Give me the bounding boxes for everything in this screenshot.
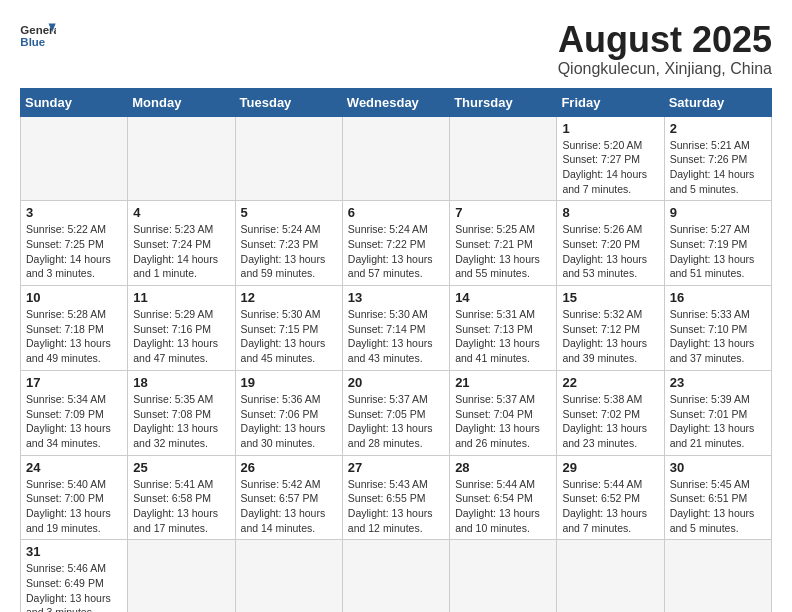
day-info: Sunrise: 5:24 AM Sunset: 7:22 PM Dayligh… [348,222,444,281]
calendar-day-cell [664,540,771,612]
calendar-day-cell: 20Sunrise: 5:37 AM Sunset: 7:05 PM Dayli… [342,370,449,455]
day-number: 18 [133,375,229,390]
day-info: Sunrise: 5:21 AM Sunset: 7:26 PM Dayligh… [670,138,766,197]
calendar-header-friday: Friday [557,88,664,116]
day-info: Sunrise: 5:35 AM Sunset: 7:08 PM Dayligh… [133,392,229,451]
calendar-day-cell: 30Sunrise: 5:45 AM Sunset: 6:51 PM Dayli… [664,455,771,540]
location-subtitle: Qiongkulecun, Xinjiang, China [558,60,772,78]
day-info: Sunrise: 5:41 AM Sunset: 6:58 PM Dayligh… [133,477,229,536]
day-number: 27 [348,460,444,475]
day-number: 19 [241,375,337,390]
day-number: 6 [348,205,444,220]
calendar-day-cell [21,116,128,201]
day-number: 10 [26,290,122,305]
day-number: 21 [455,375,551,390]
day-number: 3 [26,205,122,220]
day-number: 17 [26,375,122,390]
day-info: Sunrise: 5:31 AM Sunset: 7:13 PM Dayligh… [455,307,551,366]
month-title: August 2025 [558,20,772,60]
calendar-day-cell: 17Sunrise: 5:34 AM Sunset: 7:09 PM Dayli… [21,370,128,455]
calendar-day-cell: 22Sunrise: 5:38 AM Sunset: 7:02 PM Dayli… [557,370,664,455]
calendar-week-row: 3Sunrise: 5:22 AM Sunset: 7:25 PM Daylig… [21,201,772,286]
calendar-header-row: SundayMondayTuesdayWednesdayThursdayFrid… [21,88,772,116]
day-info: Sunrise: 5:44 AM Sunset: 6:54 PM Dayligh… [455,477,551,536]
day-info: Sunrise: 5:23 AM Sunset: 7:24 PM Dayligh… [133,222,229,281]
calendar-week-row: 1Sunrise: 5:20 AM Sunset: 7:27 PM Daylig… [21,116,772,201]
day-number: 14 [455,290,551,305]
calendar-day-cell [557,540,664,612]
calendar-day-cell: 5Sunrise: 5:24 AM Sunset: 7:23 PM Daylig… [235,201,342,286]
calendar-day-cell: 2Sunrise: 5:21 AM Sunset: 7:26 PM Daylig… [664,116,771,201]
calendar-day-cell: 24Sunrise: 5:40 AM Sunset: 7:00 PM Dayli… [21,455,128,540]
calendar-week-row: 24Sunrise: 5:40 AM Sunset: 7:00 PM Dayli… [21,455,772,540]
day-info: Sunrise: 5:43 AM Sunset: 6:55 PM Dayligh… [348,477,444,536]
svg-text:Blue: Blue [20,36,45,48]
day-number: 28 [455,460,551,475]
day-info: Sunrise: 5:25 AM Sunset: 7:21 PM Dayligh… [455,222,551,281]
day-number: 8 [562,205,658,220]
calendar-day-cell: 23Sunrise: 5:39 AM Sunset: 7:01 PM Dayli… [664,370,771,455]
calendar-day-cell: 25Sunrise: 5:41 AM Sunset: 6:58 PM Dayli… [128,455,235,540]
day-number: 31 [26,544,122,559]
page-header: General Blue August 2025 Qiongkulecun, X… [20,20,772,78]
calendar-week-row: 10Sunrise: 5:28 AM Sunset: 7:18 PM Dayli… [21,286,772,371]
day-number: 12 [241,290,337,305]
calendar-day-cell: 31Sunrise: 5:46 AM Sunset: 6:49 PM Dayli… [21,540,128,612]
calendar-day-cell: 11Sunrise: 5:29 AM Sunset: 7:16 PM Dayli… [128,286,235,371]
calendar-day-cell: 6Sunrise: 5:24 AM Sunset: 7:22 PM Daylig… [342,201,449,286]
calendar-day-cell: 16Sunrise: 5:33 AM Sunset: 7:10 PM Dayli… [664,286,771,371]
calendar-day-cell [235,540,342,612]
calendar-day-cell [342,116,449,201]
calendar-day-cell: 28Sunrise: 5:44 AM Sunset: 6:54 PM Dayli… [450,455,557,540]
calendar-header-tuesday: Tuesday [235,88,342,116]
calendar-day-cell: 26Sunrise: 5:42 AM Sunset: 6:57 PM Dayli… [235,455,342,540]
day-number: 30 [670,460,766,475]
calendar-week-row: 17Sunrise: 5:34 AM Sunset: 7:09 PM Dayli… [21,370,772,455]
day-number: 11 [133,290,229,305]
calendar-day-cell: 14Sunrise: 5:31 AM Sunset: 7:13 PM Dayli… [450,286,557,371]
day-number: 20 [348,375,444,390]
day-info: Sunrise: 5:30 AM Sunset: 7:15 PM Dayligh… [241,307,337,366]
day-number: 25 [133,460,229,475]
calendar-day-cell [128,116,235,201]
calendar-day-cell [128,540,235,612]
day-info: Sunrise: 5:24 AM Sunset: 7:23 PM Dayligh… [241,222,337,281]
calendar-week-row: 31Sunrise: 5:46 AM Sunset: 6:49 PM Dayli… [21,540,772,612]
day-info: Sunrise: 5:32 AM Sunset: 7:12 PM Dayligh… [562,307,658,366]
calendar-header-saturday: Saturday [664,88,771,116]
calendar-day-cell: 3Sunrise: 5:22 AM Sunset: 7:25 PM Daylig… [21,201,128,286]
calendar-day-cell: 8Sunrise: 5:26 AM Sunset: 7:20 PM Daylig… [557,201,664,286]
calendar-day-cell: 13Sunrise: 5:30 AM Sunset: 7:14 PM Dayli… [342,286,449,371]
day-info: Sunrise: 5:20 AM Sunset: 7:27 PM Dayligh… [562,138,658,197]
calendar-header-monday: Monday [128,88,235,116]
calendar-day-cell: 9Sunrise: 5:27 AM Sunset: 7:19 PM Daylig… [664,201,771,286]
day-number: 26 [241,460,337,475]
calendar-table: SundayMondayTuesdayWednesdayThursdayFrid… [20,88,772,612]
day-info: Sunrise: 5:33 AM Sunset: 7:10 PM Dayligh… [670,307,766,366]
calendar-day-cell [342,540,449,612]
calendar-header-sunday: Sunday [21,88,128,116]
day-info: Sunrise: 5:46 AM Sunset: 6:49 PM Dayligh… [26,561,122,612]
day-info: Sunrise: 5:28 AM Sunset: 7:18 PM Dayligh… [26,307,122,366]
day-info: Sunrise: 5:27 AM Sunset: 7:19 PM Dayligh… [670,222,766,281]
calendar-day-cell [235,116,342,201]
day-number: 4 [133,205,229,220]
day-info: Sunrise: 5:39 AM Sunset: 7:01 PM Dayligh… [670,392,766,451]
calendar-day-cell: 19Sunrise: 5:36 AM Sunset: 7:06 PM Dayli… [235,370,342,455]
calendar-day-cell [450,116,557,201]
calendar-day-cell: 10Sunrise: 5:28 AM Sunset: 7:18 PM Dayli… [21,286,128,371]
day-number: 15 [562,290,658,305]
calendar-day-cell: 15Sunrise: 5:32 AM Sunset: 7:12 PM Dayli… [557,286,664,371]
calendar-header-wednesday: Wednesday [342,88,449,116]
day-number: 22 [562,375,658,390]
calendar-day-cell [450,540,557,612]
day-info: Sunrise: 5:37 AM Sunset: 7:05 PM Dayligh… [348,392,444,451]
day-info: Sunrise: 5:36 AM Sunset: 7:06 PM Dayligh… [241,392,337,451]
calendar-day-cell: 27Sunrise: 5:43 AM Sunset: 6:55 PM Dayli… [342,455,449,540]
day-number: 16 [670,290,766,305]
day-number: 23 [670,375,766,390]
day-number: 5 [241,205,337,220]
calendar-day-cell: 21Sunrise: 5:37 AM Sunset: 7:04 PM Dayli… [450,370,557,455]
calendar-day-cell: 12Sunrise: 5:30 AM Sunset: 7:15 PM Dayli… [235,286,342,371]
calendar-day-cell: 18Sunrise: 5:35 AM Sunset: 7:08 PM Dayli… [128,370,235,455]
